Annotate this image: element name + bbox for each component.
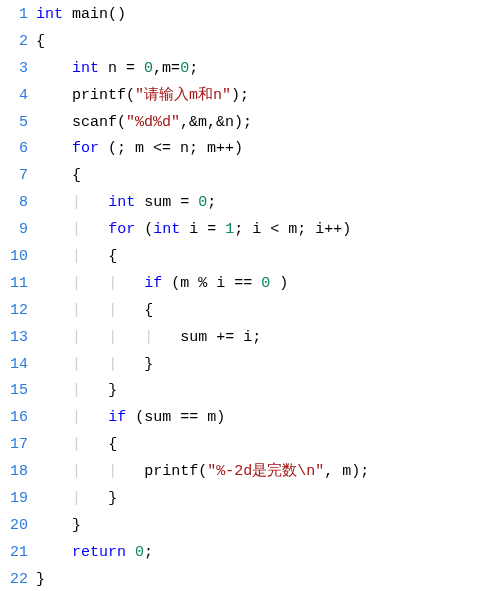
line-number: 14 bbox=[0, 352, 28, 379]
token-p: ( bbox=[198, 463, 207, 480]
code-line: | { bbox=[36, 244, 504, 271]
line-number: 17 bbox=[0, 432, 28, 459]
indent: | | bbox=[36, 275, 144, 292]
token-p: ) bbox=[270, 275, 288, 292]
token-n: 0 bbox=[180, 60, 189, 77]
token-n: 0 bbox=[198, 194, 207, 211]
indent bbox=[36, 167, 72, 184]
line-number: 11 bbox=[0, 271, 28, 298]
line-number: 9 bbox=[0, 217, 28, 244]
token-p: ( bbox=[126, 87, 135, 104]
code-line: | } bbox=[36, 486, 504, 513]
token-s: "%-2d是完数\n" bbox=[207, 463, 324, 480]
indent: | | bbox=[36, 356, 144, 373]
token-k: for bbox=[72, 140, 99, 157]
token-k: int bbox=[108, 194, 135, 211]
indent: | bbox=[36, 436, 108, 453]
code-editor: 12345678910111213141516171819202122 int … bbox=[0, 0, 504, 591]
token-fn: printf bbox=[72, 87, 126, 104]
line-number: 7 bbox=[0, 163, 28, 190]
token-p: } bbox=[36, 571, 45, 588]
token-k: if bbox=[144, 275, 162, 292]
token-k: int bbox=[72, 60, 99, 77]
code-line: { bbox=[36, 163, 504, 190]
token-s: "请输入m和n" bbox=[135, 87, 231, 104]
token-p: { bbox=[36, 33, 45, 50]
code-line: } bbox=[36, 513, 504, 540]
line-number: 4 bbox=[0, 83, 28, 110]
token-p: ,m= bbox=[153, 60, 180, 77]
token-p: main() bbox=[63, 6, 126, 23]
line-number: 15 bbox=[0, 378, 28, 405]
code-line: printf("请输入m和n"); bbox=[36, 83, 504, 110]
token-p: ( bbox=[135, 221, 153, 238]
line-number-gutter: 12345678910111213141516171819202122 bbox=[0, 0, 36, 591]
token-p: ; bbox=[207, 194, 216, 211]
code-line: | } bbox=[36, 378, 504, 405]
token-p: (sum == m) bbox=[126, 409, 225, 426]
indent bbox=[36, 140, 72, 157]
token-k: if bbox=[108, 409, 126, 426]
line-number: 12 bbox=[0, 298, 28, 325]
line-number: 21 bbox=[0, 540, 28, 567]
code-line: for (; m <= n; m++) bbox=[36, 136, 504, 163]
code-line: | | | sum += i; bbox=[36, 325, 504, 352]
line-number: 6 bbox=[0, 136, 28, 163]
indent: | bbox=[36, 221, 108, 238]
indent: | bbox=[36, 409, 108, 426]
indent: | bbox=[36, 382, 108, 399]
token-p: sum += i; bbox=[180, 329, 261, 346]
token-p: ,&m,&n); bbox=[180, 114, 252, 131]
token-p: ; bbox=[189, 60, 198, 77]
token-s: "%d%d" bbox=[126, 114, 180, 131]
indent bbox=[36, 544, 72, 561]
token-n: 1 bbox=[225, 221, 234, 238]
code-line: | | { bbox=[36, 298, 504, 325]
indent bbox=[36, 60, 72, 77]
indent: | | | bbox=[36, 329, 180, 346]
token-p: } bbox=[108, 490, 117, 507]
code-line: | | if (m % i == 0 ) bbox=[36, 271, 504, 298]
code-line: return 0; bbox=[36, 540, 504, 567]
token-p: { bbox=[72, 167, 81, 184]
code-line: | for (int i = 1; i < m; i++) bbox=[36, 217, 504, 244]
code-line: scanf("%d%d",&m,&n); bbox=[36, 110, 504, 137]
line-number: 8 bbox=[0, 190, 28, 217]
code-line: int n = 0,m=0; bbox=[36, 56, 504, 83]
line-number: 5 bbox=[0, 110, 28, 137]
token-p: ; i < m; i++) bbox=[234, 221, 351, 238]
token-p: { bbox=[108, 248, 117, 265]
line-number: 20 bbox=[0, 513, 28, 540]
line-number: 10 bbox=[0, 244, 28, 271]
indent: | | bbox=[36, 463, 144, 480]
code-line: { bbox=[36, 29, 504, 56]
token-p bbox=[126, 544, 135, 561]
line-number: 3 bbox=[0, 56, 28, 83]
code-line: | | } bbox=[36, 352, 504, 379]
code-line: | | printf("%-2d是完数\n", m); bbox=[36, 459, 504, 486]
token-n: 0 bbox=[261, 275, 270, 292]
token-p: (; m <= n; m++) bbox=[99, 140, 243, 157]
code-line: | if (sum == m) bbox=[36, 405, 504, 432]
code-line: | { bbox=[36, 432, 504, 459]
code-line: | int sum = 0; bbox=[36, 190, 504, 217]
token-k: return bbox=[72, 544, 126, 561]
token-fn: scanf bbox=[72, 114, 117, 131]
token-k: int bbox=[36, 6, 63, 23]
token-p: , m); bbox=[324, 463, 369, 480]
token-n: 0 bbox=[144, 60, 153, 77]
indent: | bbox=[36, 490, 108, 507]
line-number: 19 bbox=[0, 486, 28, 513]
code-line: } bbox=[36, 567, 504, 591]
token-p: } bbox=[108, 382, 117, 399]
token-p: { bbox=[108, 436, 117, 453]
line-number: 22 bbox=[0, 567, 28, 591]
indent bbox=[36, 517, 72, 534]
token-p: sum = bbox=[135, 194, 198, 211]
code-area: int main(){ int n = 0,m=0; printf("请输入m和… bbox=[36, 0, 504, 591]
code-line: int main() bbox=[36, 2, 504, 29]
token-p: n = bbox=[99, 60, 144, 77]
line-number: 18 bbox=[0, 459, 28, 486]
line-number: 13 bbox=[0, 325, 28, 352]
token-n: 0 bbox=[135, 544, 144, 561]
